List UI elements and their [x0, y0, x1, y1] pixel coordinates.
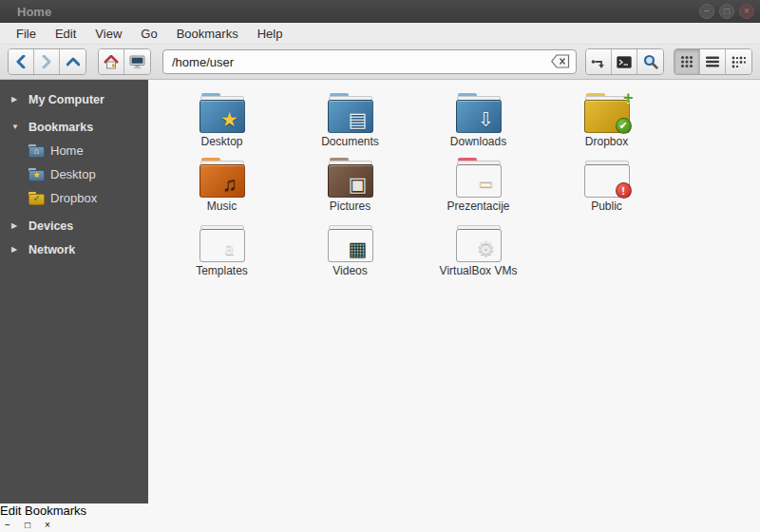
file-label: Documents: [321, 135, 379, 148]
file-templates[interactable]: a Templates: [165, 222, 279, 287]
sidebar-section-label: Devices: [28, 219, 73, 233]
forward-icon: [41, 55, 52, 68]
titlebar: Home − □ ×: [0, 0, 760, 23]
tools-button-group: [585, 48, 664, 75]
menu-file[interactable]: File: [8, 25, 45, 43]
side-pane: ▶ My Computer ▼ Bookmarks ⌂ Home ★ Deskt…: [0, 80, 148, 504]
warning-emblem-icon: !: [616, 182, 632, 199]
file-label: Desktop: [200, 135, 242, 148]
compact-view-toggle[interactable]: [726, 49, 751, 74]
sidebar-section-label: Network: [28, 243, 75, 256]
file-music[interactable]: ♫ Music: [165, 158, 279, 222]
back-icon: [15, 55, 27, 68]
desktop-button[interactable]: [124, 49, 150, 74]
sidebar-section-devices[interactable]: ▶ Devices: [0, 214, 148, 238]
videos-folder-icon: ▦: [328, 222, 373, 262]
sidebar-item-desktop[interactable]: ★ Desktop: [0, 162, 148, 186]
sidebar-section-label: My Computer: [28, 93, 104, 106]
presentations-folder-icon: ▭: [456, 158, 502, 198]
documents-folder-icon: ▤: [328, 93, 373, 133]
file-virtualbox-vms[interactable]: ⚙ VirtualBox VMs: [422, 222, 536, 287]
monitor-icon: [129, 55, 145, 69]
file-label: Downloads: [450, 135, 506, 148]
minimize-icon[interactable]: −: [0, 518, 15, 532]
sidebar-section-label: Bookmarks: [28, 121, 93, 134]
public-folder-icon: !: [584, 158, 630, 198]
terminal-icon: [617, 56, 632, 68]
compact-view-icon: [732, 56, 746, 68]
list-view-toggle[interactable]: [700, 49, 726, 74]
jump-to-path-button[interactable]: [586, 49, 612, 74]
pictures-folder-icon: ▣: [328, 158, 373, 198]
file-label: Dropbox: [585, 135, 628, 148]
jump-arrow-icon: [591, 55, 606, 69]
file-label: Pictures: [330, 200, 370, 213]
icon-view-toggle[interactable]: [674, 49, 700, 74]
file-downloads[interactable]: ⇩ Downloads: [422, 93, 536, 158]
nav-button-group: [8, 48, 86, 75]
home-folder-icon: ⌂: [28, 144, 45, 158]
check-emblem-icon: ✔: [616, 118, 632, 134]
back-button[interactable]: [9, 49, 34, 74]
menu-help[interactable]: Help: [249, 25, 292, 43]
desktop-folder-icon: ★: [28, 168, 45, 181]
view-mode-group: [674, 48, 752, 75]
search-icon: [643, 54, 658, 69]
sidebar-item-label: Desktop: [50, 167, 96, 181]
file-dropbox[interactable]: +✔ Dropbox: [550, 93, 664, 158]
sidebar-item-label: Dropbox: [50, 191, 97, 205]
home-button[interactable]: [99, 49, 124, 74]
list-view-icon: [706, 56, 719, 67]
file-label: Public: [591, 200, 622, 213]
file-videos[interactable]: ▦ Videos: [294, 222, 408, 287]
dialog-title: Edit Bookmarks: [0, 504, 86, 518]
menu-edit[interactable]: Edit: [47, 25, 85, 43]
close-icon[interactable]: ×: [739, 4, 754, 19]
file-desktop[interactable]: ★ Desktop: [165, 93, 279, 158]
expander-icon[interactable]: ▼: [11, 123, 21, 131]
file-label: Videos: [332, 264, 367, 277]
desktop-folder-icon: ★: [200, 93, 245, 133]
file-label: Music: [207, 200, 237, 213]
forward-button[interactable]: [34, 49, 60, 74]
home-icon: [104, 55, 119, 69]
menu-view[interactable]: View: [86, 25, 130, 43]
path-input[interactable]: [162, 49, 577, 74]
clear-path-icon[interactable]: [551, 54, 570, 71]
plus-emblem-icon: +: [623, 88, 634, 108]
maximize-icon[interactable]: □: [20, 518, 35, 532]
icon-view-icon: [680, 55, 694, 68]
expander-icon[interactable]: ▶: [11, 221, 21, 230]
edit-bookmarks-dialog: Edit Bookmarks − □ × Bookmarks ⌂ Home ★ …: [0, 504, 760, 532]
sidebar-section-bookmarks[interactable]: ▼ Bookmarks: [0, 115, 148, 139]
sidebar-item-home[interactable]: ⌂ Home: [0, 139, 148, 162]
menu-go[interactable]: Go: [132, 25, 165, 43]
up-button[interactable]: [60, 49, 86, 74]
up-icon: [66, 56, 80, 67]
search-button[interactable]: [637, 49, 663, 74]
dialog-titlebar: Edit Bookmarks − □ ×: [0, 504, 760, 532]
file-label: Templates: [196, 264, 248, 277]
sidebar-item-dropbox[interactable]: ✔ Dropbox: [0, 186, 148, 210]
music-folder-icon: ♫: [200, 158, 245, 198]
file-pictures[interactable]: ▣ Pictures: [294, 158, 408, 222]
expander-icon[interactable]: ▶: [11, 95, 21, 104]
open-terminal-button[interactable]: [612, 49, 637, 74]
window-title: Home: [17, 5, 699, 19]
file-prezentacije[interactable]: ▭ Prezentacije: [422, 158, 536, 222]
file-documents[interactable]: ▤ Documents: [294, 93, 408, 158]
toolbar: [0, 45, 760, 80]
sidebar-section-network[interactable]: ▶ Network: [0, 238, 148, 261]
close-icon[interactable]: ×: [40, 518, 55, 532]
file-label: Prezentacije: [446, 200, 509, 213]
file-public[interactable]: ! Public: [550, 158, 664, 222]
sidebar-item-label: Home: [50, 143, 84, 158]
file-view: ★ Desktop ▤ Documents ⇩ Downloads +✔ Dro…: [148, 80, 760, 504]
sidebar-section-my-computer[interactable]: ▶ My Computer: [0, 87, 148, 111]
templates-folder-icon: a: [200, 222, 245, 262]
maximize-icon[interactable]: □: [719, 4, 734, 19]
dropbox-folder-icon: +✔: [584, 93, 630, 133]
menu-bookmarks[interactable]: Bookmarks: [168, 25, 247, 43]
expander-icon[interactable]: ▶: [11, 245, 21, 254]
minimize-icon[interactable]: −: [699, 4, 714, 19]
